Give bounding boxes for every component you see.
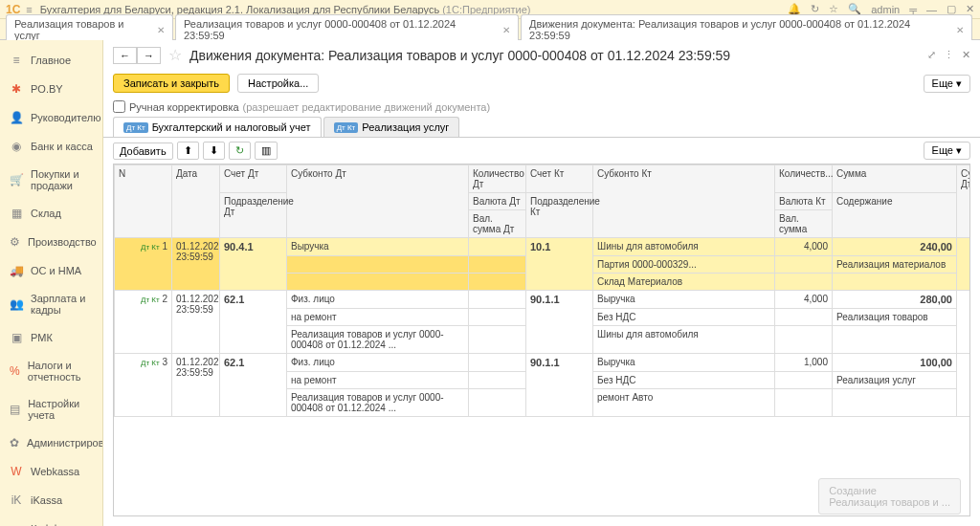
sidebar-item-icon: iK — [10, 493, 23, 507]
grid-toolbar: Добавить ⬆ ⬇ ↻ ▥ Еще ▾ — [103, 138, 980, 164]
col-date[interactable]: Дата — [172, 165, 220, 238]
col-qty-kt[interactable]: Количеств... — [775, 165, 833, 193]
export-button[interactable]: ▥ — [255, 142, 278, 160]
col-subk-dt[interactable]: Субконто Дт — [287, 165, 469, 238]
table-row[interactable]: Дт Кт 2 01.12.20223:59:59 62.1 Физ. лицо… — [115, 291, 971, 309]
row-marker-icon: Дт Кт — [141, 243, 160, 252]
col-dept-dt[interactable]: Подразделение Дт — [220, 193, 287, 238]
row-marker-icon: Дт Кт — [141, 359, 160, 367]
sidebar-item[interactable]: iKiKassa — [0, 486, 102, 515]
tab-close-icon[interactable]: ✕ — [956, 25, 964, 35]
sidebar-item[interactable]: ✱PO.BY — [0, 75, 102, 103]
manual-correction-hint: (разрешает редактирование движений докум… — [243, 101, 491, 113]
sidebar-item[interactable]: 🚚ОС и НМА — [0, 256, 102, 285]
toast-title: Создание — [829, 485, 950, 496]
user-label[interactable]: admin — [871, 4, 900, 15]
sidebar-item[interactable]: 🛒Покупки и продажи — [0, 161, 102, 199]
table-row[interactable]: Дт Кт 1 01.12.20223:59:59 90.4.1 Выручка… — [115, 238, 971, 256]
sidebar-item-icon: ⚙ — [10, 235, 20, 249]
link-icon[interactable]: ⤢ — [927, 49, 936, 61]
subtab-label: Бухгалтерский и налоговый учет — [152, 121, 311, 133]
subtab-badge-icon: Дт Кт — [334, 122, 359, 133]
sidebar-item[interactable]: ▤Настройки учета — [0, 390, 102, 428]
nav-forward-button[interactable]: → — [137, 47, 161, 64]
sidebar-item[interactable]: ≡Главное — [0, 46, 102, 75]
toast-notification[interactable]: Создание Реализация товаров и ... — [818, 478, 961, 515]
settings-icon[interactable]: ╤ — [909, 4, 917, 15]
move-down-button[interactable]: ⬇ — [203, 142, 225, 160]
hamburger-icon[interactable]: ≡ — [26, 4, 32, 15]
sidebar-item[interactable]: WWebkassa — [0, 457, 102, 486]
sidebar-item[interactable]: 👤Руководителю — [0, 103, 102, 132]
sidebar-item-label: Настройки учета — [28, 398, 93, 421]
manual-correction-row: Ручная корректировка (разрешает редактир… — [103, 97, 980, 117]
subtab-label: Реализация услуг — [362, 121, 449, 133]
panel-close-icon[interactable]: ✕ — [962, 49, 970, 61]
sidebar-item[interactable]: ✿Администрирование — [0, 428, 102, 457]
sidebar-item[interactable]: 👥Зарплата и кадры — [0, 285, 102, 323]
document-tabs: Реализация товаров и услуг✕Реализация то… — [0, 19, 980, 40]
sidebar-item-label: Покупки и продажи — [31, 168, 93, 191]
grid-more-button[interactable]: Еще ▾ — [924, 142, 970, 160]
sidebar-item-icon: ▤ — [10, 403, 20, 416]
sidebar-item[interactable]: ●Каффеста — [0, 515, 102, 526]
subtab-badge-icon: Дт Кт — [123, 122, 148, 133]
save-close-button[interactable]: Записать и закрыть — [113, 74, 230, 93]
col-nu-dt[interactable]: Сумма НУ Дт — [957, 165, 971, 238]
sub-tab[interactable]: Дт КтРеализация услуг — [323, 117, 460, 137]
col-content[interactable]: Содержание — [833, 193, 957, 238]
sidebar-item[interactable]: ⚙Производство — [0, 228, 102, 256]
tab-close-icon[interactable]: ✕ — [502, 25, 510, 35]
sidebar-item-icon: ≡ — [10, 54, 23, 67]
main-content: ← → ☆ Движения документа: Реализация тов… — [103, 40, 980, 526]
col-valsum-kt[interactable]: Вал. сумма — [775, 210, 833, 238]
tab-close-icon[interactable]: ✕ — [157, 25, 165, 35]
col-n[interactable]: N — [115, 165, 172, 238]
sidebar-item[interactable]: ◉Банк и касса — [0, 132, 102, 161]
col-qty-dt[interactable]: Количество Дт — [469, 165, 526, 193]
sidebar-item[interactable]: %Налоги и отчетность — [0, 352, 102, 390]
sidebar-item[interactable]: ▣РМК — [0, 323, 102, 352]
col-dept-kt[interactable]: Подразделение Кт — [526, 193, 593, 238]
sidebar-item-label: Производство — [28, 236, 97, 248]
sidebar-item-icon: 🚚 — [10, 264, 23, 277]
grid[interactable]: N Дата Счет Дт Субконто Дт Количество Дт… — [113, 164, 970, 516]
tab-label: Реализация товаров и услуг 0000-000408 о… — [184, 18, 497, 41]
col-sum[interactable]: Сумма — [833, 165, 957, 193]
minimize-icon[interactable]: — — [926, 4, 937, 15]
sidebar-item-icon: W — [10, 465, 23, 478]
sidebar-item-icon: ▦ — [10, 207, 23, 220]
sidebar-item-icon: % — [10, 364, 20, 378]
kebab-icon[interactable]: ⋮ — [944, 49, 954, 61]
sidebar-item-icon: 👥 — [10, 297, 23, 311]
sub-tab[interactable]: Дт КтБухгалтерский и налоговый учет — [113, 117, 322, 137]
move-up-button[interactable]: ⬆ — [177, 142, 199, 160]
sidebar-item[interactable]: ▦Склад — [0, 199, 102, 228]
sidebar-item-label: Webkassa — [31, 466, 79, 477]
col-cur-dt[interactable]: Валюта Дт — [469, 193, 526, 210]
sidebar-item-label: Администрирование — [27, 437, 103, 449]
col-acc-kt[interactable]: Счет Кт — [526, 165, 593, 193]
manual-correction-checkbox[interactable] — [113, 100, 125, 113]
sidebar-item-label: РМК — [31, 332, 53, 343]
refresh-button[interactable]: ↻ — [229, 142, 251, 160]
nav-back-button[interactable]: ← — [113, 47, 137, 64]
col-cur-kt[interactable]: Валюта Кт — [775, 193, 833, 210]
app-title: Бухгалтерия для Беларуси, редакция 2.1. … — [40, 4, 788, 15]
tab-label: Движения документа: Реализация товаров и… — [529, 18, 950, 41]
sidebar-item-icon: ✱ — [10, 82, 23, 96]
sidebar-item-label: Руководителю — [31, 112, 100, 123]
more-button[interactable]: Еще ▾ — [924, 75, 970, 93]
favorite-icon[interactable]: ☆ — [168, 46, 182, 64]
action-toolbar: Записать и закрыть Настройка... Еще ▾ — [103, 70, 980, 97]
sidebar-item-label: PO.BY — [31, 83, 63, 95]
col-acc-dt[interactable]: Счет Дт — [220, 165, 287, 193]
table-row[interactable]: Дт Кт 3 01.12.20223:59:59 62.1 Физ. лицо… — [115, 354, 971, 372]
col-valsum-dt[interactable]: Вал. сумма Дт — [469, 210, 526, 238]
sidebar-item-icon: ◉ — [10, 140, 23, 153]
settings-button[interactable]: Настройка... — [237, 74, 319, 93]
col-subk-kt[interactable]: Субконто Кт — [593, 165, 775, 238]
sidebar-item-icon: ▣ — [10, 331, 23, 344]
add-button[interactable]: Добавить — [113, 142, 173, 160]
tab-label: Реализация товаров и услуг — [14, 18, 151, 41]
